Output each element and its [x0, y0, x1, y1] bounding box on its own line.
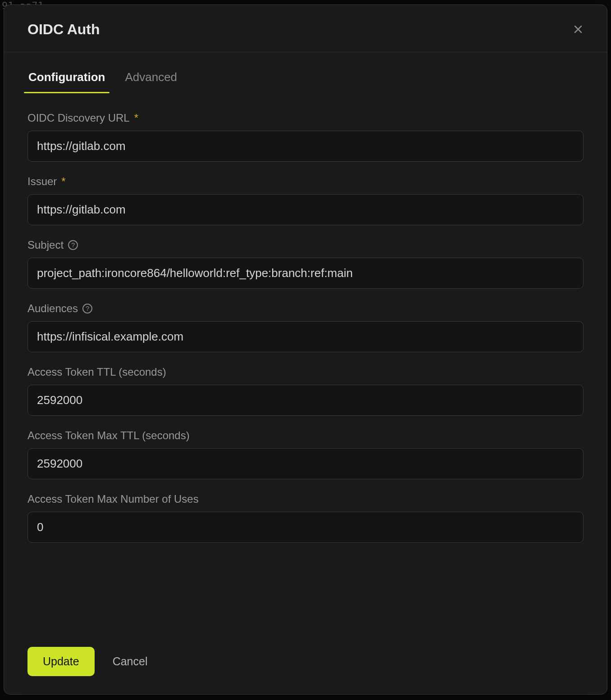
- tab-advanced[interactable]: Advanced: [124, 65, 178, 92]
- modal-body: Configuration Advanced OIDC Discovery UR…: [4, 52, 607, 636]
- label-access-token-max-ttl: Access Token Max TTL (seconds): [27, 429, 584, 442]
- oidc-auth-modal: OIDC Auth Configuration Advanced OIDC Di…: [4, 5, 607, 695]
- label-access-token-ttl: Access Token TTL (seconds): [27, 366, 584, 378]
- close-button[interactable]: [569, 20, 587, 38]
- field-audiences: Audiences ?: [27, 302, 584, 352]
- input-audiences[interactable]: [27, 321, 584, 352]
- input-subject[interactable]: [27, 258, 584, 289]
- modal-actions: Update Cancel: [4, 636, 607, 694]
- label-text: Access Token Max TTL (seconds): [27, 429, 190, 442]
- input-discovery-url[interactable]: [27, 131, 584, 162]
- required-asterisk: *: [61, 176, 65, 187]
- label-text: Subject: [27, 239, 64, 251]
- modal-title: OIDC Auth: [27, 21, 100, 38]
- field-subject: Subject ?: [27, 239, 584, 289]
- cancel-button[interactable]: Cancel: [110, 650, 150, 673]
- label-access-token-max-uses: Access Token Max Number of Uses: [27, 493, 584, 505]
- close-icon: [573, 24, 584, 35]
- label-text: Issuer: [27, 175, 57, 188]
- field-discovery-url: OIDC Discovery URL *: [27, 112, 584, 162]
- input-access-token-max-ttl[interactable]: [27, 448, 584, 479]
- update-button[interactable]: Update: [27, 647, 95, 676]
- required-asterisk: *: [134, 113, 138, 123]
- label-audiences: Audiences ?: [27, 302, 584, 315]
- tabs: Configuration Advanced: [27, 65, 584, 93]
- input-access-token-ttl[interactable]: [27, 385, 584, 416]
- label-subject: Subject ?: [27, 239, 584, 251]
- label-text: Audiences: [27, 302, 78, 315]
- tab-configuration[interactable]: Configuration: [27, 65, 106, 92]
- input-issuer[interactable]: [27, 194, 584, 225]
- field-issuer: Issuer *: [27, 175, 584, 225]
- field-access-token-max-uses: Access Token Max Number of Uses: [27, 493, 584, 543]
- help-icon[interactable]: ?: [82, 304, 92, 314]
- label-issuer: Issuer *: [27, 175, 584, 188]
- label-discovery-url: OIDC Discovery URL *: [27, 112, 584, 124]
- label-text: Access Token Max Number of Uses: [27, 493, 199, 505]
- field-access-token-ttl: Access Token TTL (seconds): [27, 366, 584, 416]
- input-access-token-max-uses[interactable]: [27, 512, 584, 543]
- help-icon[interactable]: ?: [68, 240, 78, 250]
- field-access-token-max-ttl: Access Token Max TTL (seconds): [27, 429, 584, 479]
- modal-header: OIDC Auth: [4, 5, 607, 52]
- label-text: OIDC Discovery URL: [27, 112, 130, 124]
- label-text: Access Token TTL (seconds): [27, 366, 166, 378]
